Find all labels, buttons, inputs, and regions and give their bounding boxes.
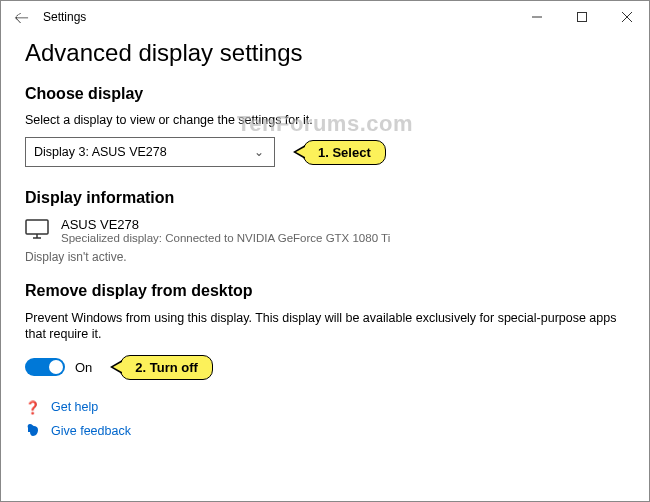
display-detail: Specialized display: Connected to NVIDIA… — [61, 232, 390, 244]
display-select-dropdown[interactable]: Display 3: ASUS VE278 ⌄ — [25, 137, 275, 167]
annotation-step1: 1. Select — [293, 140, 386, 165]
annotation-step2-label: 2. Turn off — [120, 355, 213, 380]
get-help-label: Get help — [51, 400, 98, 414]
toggle-label: On — [75, 360, 92, 375]
annotation-step2: 2. Turn off — [110, 355, 213, 380]
remove-display-description: Prevent Windows from using this display.… — [25, 310, 625, 343]
display-name: ASUS VE278 — [61, 217, 390, 232]
choose-display-instruction: Select a display to view or change the s… — [25, 113, 625, 127]
remove-display-heading: Remove display from desktop — [25, 282, 625, 300]
svg-rect-4 — [26, 220, 48, 234]
feedback-icon — [25, 423, 41, 440]
window-title: Settings — [43, 10, 86, 24]
get-help-link[interactable]: ❓ Get help — [25, 400, 625, 415]
close-icon — [622, 12, 632, 22]
choose-display-heading: Choose display — [25, 85, 625, 103]
maximize-button[interactable] — [559, 1, 604, 33]
give-feedback-label: Give feedback — [51, 424, 131, 438]
close-button[interactable] — [604, 1, 649, 33]
display-select-value: Display 3: ASUS VE278 — [34, 145, 167, 159]
monitor-icon — [25, 219, 49, 239]
display-info-heading: Display information — [25, 189, 625, 207]
title-bar: 🡠 Settings — [1, 1, 649, 33]
page-title: Advanced display settings — [25, 39, 625, 67]
remove-display-toggle[interactable] — [25, 358, 65, 376]
minimize-button[interactable] — [514, 1, 559, 33]
display-inactive-status: Display isn't active. — [25, 250, 625, 264]
annotation-step1-label: 1. Select — [303, 140, 386, 165]
minimize-icon — [532, 12, 542, 22]
back-button[interactable]: 🡠 — [9, 9, 33, 26]
help-icon: ❓ — [25, 400, 41, 415]
svg-rect-1 — [577, 13, 586, 22]
give-feedback-link[interactable]: Give feedback — [25, 423, 625, 440]
maximize-icon — [577, 12, 587, 22]
chevron-down-icon: ⌄ — [254, 145, 264, 159]
content-area: Advanced display settings Choose display… — [1, 33, 649, 440]
